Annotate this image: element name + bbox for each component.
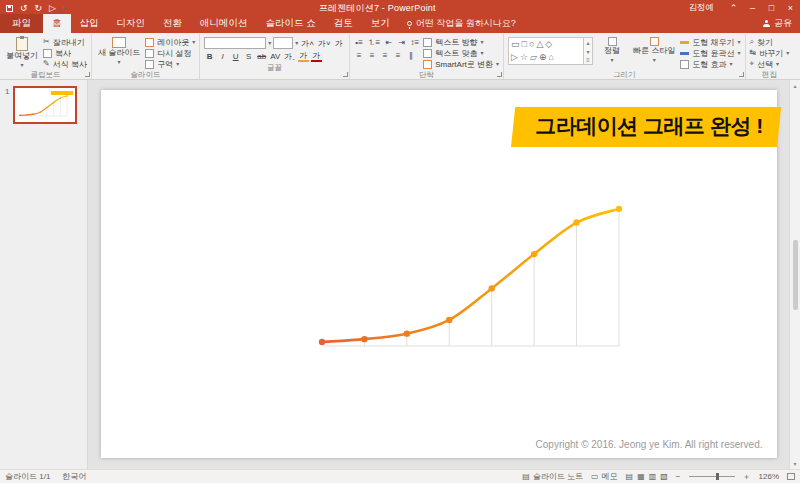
zoom-out-icon[interactable]: − <box>676 472 681 481</box>
copy-button[interactable]: 복사 <box>43 48 87 58</box>
decrease-indent-icon[interactable]: ⇤ <box>383 37 394 48</box>
shape-arrow-icon[interactable]: ▷ <box>511 52 520 62</box>
scroll-down-icon[interactable]: ▾ <box>793 460 796 467</box>
copyright-text[interactable]: Copyright © 2016. Jeong ye Kim. All righ… <box>536 439 763 450</box>
shape-triangle-icon[interactable]: △ <box>536 39 545 49</box>
vertical-scrollbar[interactable]: ▴ ▾ <box>789 80 800 469</box>
fit-to-window-icon[interactable] <box>787 473 795 480</box>
new-slide-button[interactable]: 새 슬라이드 ▾ <box>96 35 142 65</box>
font-name-dropdown-icon[interactable]: ▾ <box>268 40 271 46</box>
clipboard-dialog-launcher[interactable] <box>85 72 90 77</box>
layout-button[interactable]: 레이아웃▾ <box>145 37 195 47</box>
tab-home[interactable]: 홈 <box>43 14 71 33</box>
account-name[interactable]: 김정예 <box>689 2 715 14</box>
tab-view[interactable]: 보기 <box>362 14 399 33</box>
shape-square-icon[interactable]: □ <box>522 39 529 49</box>
slideshow-view-icon[interactable]: ▧ <box>660 472 668 481</box>
shapes-scroll-up-icon[interactable]: ▴ <box>587 39 590 46</box>
font-color-icon[interactable]: 가 <box>311 51 322 62</box>
share-button[interactable]: 공유 <box>763 17 792 30</box>
font-name-input[interactable] <box>204 37 266 49</box>
tell-me-box[interactable]: 어떤 작업을 원하시나요? <box>399 14 524 33</box>
highlight-color-icon[interactable]: 가 <box>298 51 309 62</box>
font-size-dropdown-icon[interactable]: ▾ <box>295 40 298 46</box>
redo-icon[interactable]: ↻ <box>35 4 43 13</box>
normal-view-icon[interactable]: ▤ <box>626 472 634 481</box>
format-painter-button[interactable]: ✎서식 복사 <box>43 59 87 69</box>
tab-animations[interactable]: 애니메이션 <box>191 14 257 33</box>
drawing-dialog-launcher[interactable] <box>739 72 744 77</box>
select-button[interactable]: ⌖선택▾ <box>750 59 790 69</box>
align-left-icon[interactable]: ≡ <box>354 50 365 61</box>
grow-font-icon[interactable]: 가˄ <box>300 38 315 49</box>
align-center-icon[interactable]: ≡ <box>367 50 378 61</box>
notes-button[interactable]: ▤슬라이드 노트 <box>522 471 583 482</box>
reading-view-icon[interactable]: ▥ <box>649 472 657 481</box>
tab-transitions[interactable]: 전환 <box>154 14 191 33</box>
minimize-button[interactable]: – <box>743 0 762 16</box>
shape-outline-button[interactable]: 도형 윤곽선▾ <box>680 48 740 58</box>
paragraph-dialog-launcher[interactable] <box>497 72 502 77</box>
shape-plus-icon[interactable]: ⊕ <box>539 52 549 62</box>
shapes-more-icon[interactable]: ≡ <box>586 57 590 63</box>
align-text-button[interactable]: 텍스트 맞춤▾ <box>423 48 499 58</box>
replace-button[interactable]: ↹바꾸기▾ <box>750 48 790 58</box>
comments-button[interactable]: ▭메모 <box>591 471 618 482</box>
save-icon[interactable] <box>6 5 13 12</box>
bullets-icon[interactable]: •≡ <box>354 37 365 48</box>
paste-dropdown-icon[interactable]: ▾ <box>20 62 23 68</box>
text-shadow-icon[interactable]: S <box>243 51 254 62</box>
shapes-scroll-down-icon[interactable]: ▾ <box>587 48 590 55</box>
arrange-button[interactable]: 정렬 ▾ <box>596 35 628 63</box>
slide-sorter-view-icon[interactable]: ▦ <box>637 472 645 481</box>
find-button[interactable]: ⌕찾기 <box>750 37 790 47</box>
undo-icon[interactable]: ↺ <box>20 4 28 13</box>
columns-icon[interactable]: ∥ <box>406 50 417 61</box>
text-direction-button[interactable]: 텍스트 방향▾ <box>423 37 499 47</box>
italic-icon[interactable]: I <box>217 51 228 62</box>
shrink-font-icon[interactable]: 가˅ <box>317 38 332 49</box>
shapes-gallery-scrollbar[interactable]: ▴ ▾ ≡ <box>584 37 593 65</box>
shapes-gallery[interactable]: ▭□○△◇▷☆▱⊕⌂ <box>508 37 584 65</box>
zoom-slider-thumb[interactable] <box>716 473 719 480</box>
quick-styles-button[interactable]: 빠른 스타일 ▾ <box>631 35 677 63</box>
ribbon-display-options-icon[interactable]: ⌃ <box>724 0 743 16</box>
cut-button[interactable]: ✂잘라내기 <box>43 37 87 47</box>
slide-editing-surface[interactable]: 그라데이션 그래프 완성 ! Copyright © 2016. Jeong y… <box>101 90 777 458</box>
shape-parallelogram-icon[interactable]: ▱ <box>530 52 539 62</box>
tab-insert[interactable]: 삽입 <box>71 14 108 33</box>
underline-icon[interactable]: U <box>230 51 241 62</box>
tab-design[interactable]: 디자인 <box>108 14 155 33</box>
tab-review[interactable]: 검토 <box>325 14 362 33</box>
language-indicator[interactable]: 한국어 <box>62 471 86 482</box>
shape-effects-button[interactable]: 도형 효과▾ <box>680 59 740 69</box>
bold-icon[interactable]: B <box>204 51 215 62</box>
clear-formatting-icon[interactable]: 가 <box>334 38 345 49</box>
slide-thumbnail-1[interactable] <box>13 86 77 124</box>
restore-button[interactable]: □ <box>762 0 781 16</box>
scrollbar-thumb[interactable] <box>793 240 798 310</box>
tab-file[interactable]: 파일 <box>0 14 43 33</box>
justify-icon[interactable]: ≡ <box>393 50 404 61</box>
start-slideshow-icon[interactable]: ▷ <box>49 4 56 13</box>
paste-button[interactable]: 붙여넣기 ▾ <box>4 35 40 68</box>
zoom-level[interactable]: 126% <box>759 472 779 481</box>
close-button[interactable]: × <box>781 0 800 16</box>
font-size-input[interactable] <box>273 37 293 49</box>
numbering-icon[interactable]: ⒈≡ <box>367 37 382 48</box>
shape-diamond-icon[interactable]: ◇ <box>545 39 554 49</box>
increase-indent-icon[interactable]: ⇥ <box>396 37 407 48</box>
section-button[interactable]: 구역▾ <box>145 59 195 69</box>
change-case-icon[interactable]: 가˯ <box>283 51 296 62</box>
zoom-in-icon[interactable]: ＋ <box>743 471 751 482</box>
zoom-slider[interactable] <box>689 476 735 477</box>
title-banner[interactable]: 그라데이션 그래프 완성 ! <box>511 107 781 147</box>
line-spacing-icon[interactable]: ↕≡ <box>409 37 420 48</box>
shape-fill-button[interactable]: 도형 채우기▾ <box>680 37 740 47</box>
strikethrough-icon[interactable]: ab <box>256 51 267 62</box>
gradient-line-chart[interactable] <box>313 190 633 362</box>
reset-button[interactable]: 다시 설정 <box>145 48 195 58</box>
shape-home-icon[interactable]: ⌂ <box>549 52 556 62</box>
scroll-up-icon[interactable]: ▴ <box>793 82 796 89</box>
convert-smartart-button[interactable]: SmartArt로 변환▾ <box>423 59 499 69</box>
